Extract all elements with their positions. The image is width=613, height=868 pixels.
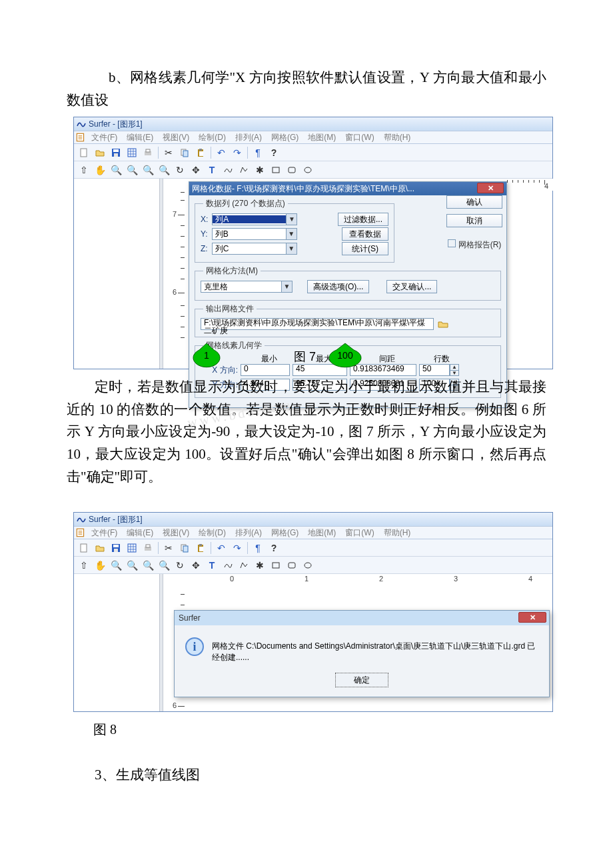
menu-arrange[interactable]: 排列(A) [231,132,266,143]
roundrect-icon[interactable] [285,163,299,177]
menu-file[interactable]: 文件(F) [87,132,121,143]
msgbox-ok-button[interactable]: 确定 [335,673,388,687]
grid-report-check[interactable]: 网格报告(R) [448,239,502,249]
zoom1-icon[interactable]: 🔍 [109,163,123,177]
menu-grid[interactable]: 网格(G) [267,527,303,538]
cancel-button[interactable]: 取消 [446,214,502,227]
redo-icon[interactable]: ↷ [230,145,245,160]
zoom3-icon[interactable]: 🔍 [141,163,155,177]
roundrect-icon[interactable] [285,558,299,573]
paste-icon[interactable] [193,541,208,555]
undo-icon[interactable]: ↶ [214,145,229,160]
x-col-combo[interactable]: 列A ▼ [212,213,297,225]
out-path-field[interactable]: F:\现场探测资料\中原办现场探测实验\TEM\中原\河南平煤\平煤二矿庚 [201,318,434,330]
grid-icon[interactable] [125,541,139,555]
shape2-icon[interactable] [237,558,251,573]
para-icon[interactable]: ¶ [251,541,265,555]
cut-icon[interactable]: ✂ [161,541,176,555]
menu-draw[interactable]: 绘制(D) [195,132,230,143]
stats-button[interactable]: 统计(S) [342,242,388,255]
menu-view[interactable]: 视图(V) [159,527,193,538]
shape1-icon[interactable] [221,163,235,177]
ellipse-icon[interactable] [301,558,315,573]
zoom2-icon[interactable]: 🔍 [125,558,139,573]
rect-icon[interactable] [269,558,283,573]
cut-icon[interactable]: ✂ [161,145,176,160]
xrows-field[interactable]: 50 [419,364,450,376]
undo-icon[interactable]: ↶ [214,541,229,555]
print-icon[interactable] [141,541,155,555]
move-icon[interactable]: ✥ [189,163,203,177]
save-icon[interactable] [109,145,123,160]
menu-grid[interactable]: 网格(G) [267,132,303,143]
pointer-icon[interactable]: ⇧ [77,558,91,573]
grid-icon[interactable] [125,145,139,160]
menu-map[interactable]: 地图(M) [304,527,340,538]
ok-button[interactable]: 确认 [446,195,502,209]
redo-icon[interactable]: ↷ [230,541,245,555]
z-col-combo[interactable]: 列C ▼ [212,243,297,255]
zoom3-icon[interactable]: 🔍 [141,558,155,573]
rect-icon[interactable] [269,163,283,177]
move-icon[interactable]: ✥ [189,558,203,573]
text-icon[interactable]: T [205,163,219,177]
open-icon[interactable] [93,145,107,160]
menu-window[interactable]: 窗口(W) [341,527,378,538]
open-icon[interactable] [93,541,107,555]
save-icon[interactable] [109,541,123,555]
menu-map[interactable]: 地图(M) [304,132,340,143]
help-icon[interactable]: ? [267,145,281,160]
copy-icon[interactable] [177,145,192,160]
ellipse-icon[interactable] [301,163,315,177]
menu-file[interactable]: 文件(F) [87,527,121,538]
print-icon[interactable] [141,145,155,160]
svg-rect-14 [289,167,295,173]
symbol-icon[interactable]: ✱ [253,558,267,573]
msgbox-close-button[interactable]: ✕ [518,612,546,623]
shape1-icon[interactable] [221,558,235,573]
menu-draw[interactable]: 绘制(D) [195,527,230,538]
rotate-icon[interactable]: ↻ [173,163,187,177]
splitter[interactable] [159,179,163,369]
zoom2-icon[interactable]: 🔍 [125,163,139,177]
zoomfit-icon[interactable]: 🔍 [157,558,171,573]
copy-icon[interactable] [177,541,192,555]
menu-window[interactable]: 窗口(W) [341,132,378,143]
hand-icon[interactable]: ✋ [93,558,107,573]
y-col-combo[interactable]: 列B ▼ [212,228,297,240]
browse-folder-icon[interactable] [438,319,448,329]
xmin-field[interactable]: 0 [241,364,290,376]
app-icon [77,515,86,524]
text-icon[interactable]: T [205,558,219,573]
cross-validate-button[interactable]: 交叉确认... [386,280,437,293]
paste-icon[interactable] [193,145,208,160]
view-data-button[interactable]: 查看数据 [342,227,388,241]
menu-edit[interactable]: 编辑(E) [123,527,157,538]
method-combo[interactable]: 克里格 ▼ [201,281,293,293]
help-icon[interactable]: ? [267,541,281,555]
msgbox-title: Surfer [179,614,201,622]
zoom1-icon[interactable]: 🔍 [109,558,123,573]
menu-arrange[interactable]: 排列(A) [231,527,266,538]
xrows-spin[interactable]: ▲▼ [450,364,459,376]
menubar: 文件(F) 编辑(E) 视图(V) 绘制(D) 排列(A) 网格(G) 地图(M… [74,526,552,539]
splitter[interactable] [159,574,163,711]
svg-point-31 [305,563,311,568]
shape2-icon[interactable] [237,163,251,177]
new-icon[interactable] [77,541,91,555]
menu-edit[interactable]: 编辑(E) [123,132,157,143]
advanced-button[interactable]: 高级选项(O)... [307,280,369,293]
message-box: Surfer ✕ i 网格文件 C:\Documents and Setting… [174,610,550,697]
dialog-close-button[interactable]: ✕ [477,183,504,193]
new-icon[interactable] [77,145,91,160]
menu-help[interactable]: 帮助(H) [380,527,415,538]
zoomfit-icon[interactable]: 🔍 [157,163,171,177]
para-icon[interactable]: ¶ [251,145,265,160]
filter-data-button[interactable]: 过滤数据... [338,213,388,226]
hand-icon[interactable]: ✋ [93,163,107,177]
symbol-icon[interactable]: ✱ [253,163,267,177]
menu-help[interactable]: 帮助(H) [380,132,415,143]
rotate-icon[interactable]: ↻ [173,558,187,573]
pointer-icon[interactable]: ⇧ [77,163,91,177]
menu-view[interactable]: 视图(V) [159,132,193,143]
